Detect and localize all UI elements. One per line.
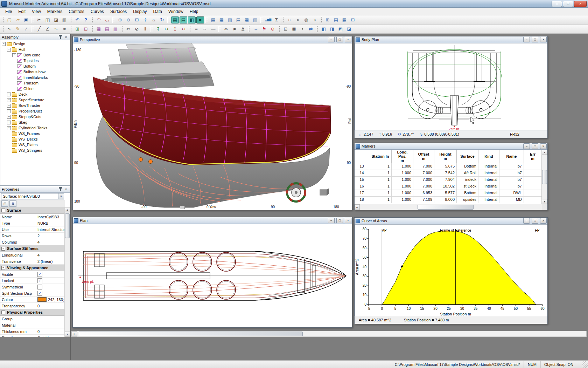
- markers-column-header[interactable]: Err m: [524, 150, 542, 163]
- view-wireframe-icon[interactable]: ▦: [171, 16, 179, 23]
- perspective-title-bar[interactable]: Perspective – □ ×: [73, 36, 352, 43]
- scrollbar-thumb[interactable]: [65, 213, 70, 238]
- property-value[interactable]: 2 (linear): [36, 258, 65, 264]
- bond-edges-icon[interactable]: ∞: [222, 26, 230, 33]
- minimize-button[interactable]: –: [328, 37, 335, 42]
- tree-item-bowthruster[interactable]: +BowThruster: [0, 103, 70, 108]
- markers-table-row[interactable]: 1811.0007.1098.000opsidesInternalMD: [355, 197, 542, 203]
- yaw-slider-handle[interactable]: [180, 206, 185, 209]
- expand-icon[interactable]: +: [7, 126, 11, 130]
- delete-column-icon[interactable]: ↤: [180, 26, 187, 33]
- property-section-header[interactable]: −Viewing & Appearance: [0, 265, 65, 271]
- markers-column-header[interactable]: Kind: [478, 150, 499, 163]
- restore-button[interactable]: □: [532, 37, 538, 42]
- properties-panel-header[interactable]: Properties ×: [0, 186, 70, 193]
- save-icon[interactable]: ▣: [22, 16, 30, 23]
- view-rendered-icon[interactable]: ■: [196, 16, 204, 23]
- close-icon[interactable]: ×: [63, 187, 69, 192]
- spline-icon[interactable]: ∿: [52, 26, 60, 33]
- perspective-viewport[interactable]: -180 -90 90 180 Pitch -90 90 Roll -90 0 …: [73, 43, 352, 210]
- group-icon[interactable]: ⊡: [282, 26, 289, 33]
- property-section-header[interactable]: −Surface: [0, 207, 65, 214]
- tree-item-bottom[interactable]: Bottom: [0, 63, 70, 69]
- paste-icon[interactable]: ◪: [52, 16, 60, 23]
- checkbox[interactable]: ✓: [37, 272, 42, 277]
- property-section-header[interactable]: −Physical Properties: [0, 309, 65, 316]
- tree-item-chine[interactable]: Chine: [0, 86, 70, 91]
- mdi-horizontal-scrollbar[interactable]: ◄ ►: [71, 331, 587, 337]
- tree-item-deck[interactable]: +Deck: [0, 91, 70, 97]
- render-material-icon[interactable]: ◍: [302, 16, 310, 23]
- menu-item-controls[interactable]: Controls: [65, 8, 88, 15]
- menu-item-edit[interactable]: Edit: [15, 8, 29, 15]
- close-button[interactable]: ×: [574, 1, 587, 7]
- scrollbar-thumb[interactable]: [79, 332, 303, 336]
- full-view-icon[interactable]: ◪: [345, 26, 353, 33]
- menu-item-window[interactable]: Window: [165, 8, 187, 15]
- render-sphere-icon[interactable]: ●: [294, 16, 302, 23]
- scroll-up-icon[interactable]: ▲: [542, 150, 547, 155]
- tree-item-superstructure[interactable]: +SuperStructure: [0, 97, 70, 103]
- markers-table[interactable]: Station InLong. Pos. mOffset mHeight mSu…: [355, 150, 542, 204]
- body-plan-title-bar[interactable]: Body Plan – □ ×: [355, 36, 547, 43]
- menu-item-surfaces[interactable]: Surfaces: [107, 8, 130, 15]
- property-value[interactable]: ✓: [36, 271, 65, 277]
- net-all-icon[interactable]: ▦: [95, 26, 103, 33]
- property-section-header[interactable]: −Surface Stiffness: [0, 245, 65, 252]
- window-assembly-icon[interactable]: ⊞: [324, 16, 331, 23]
- half-view-icon[interactable]: ◩: [337, 26, 344, 33]
- collapse-icon[interactable]: −: [1, 266, 5, 270]
- markers-table-row[interactable]: 1411.0007.0007.542Aft RollInternalb7: [355, 170, 542, 177]
- surface-selector[interactable]: Surface: InnerCylSB3 ▼: [1, 193, 64, 199]
- expand-icon[interactable]: +: [12, 53, 16, 57]
- pin-icon[interactable]: [58, 35, 63, 40]
- plan-viewport[interactable]: Zero pt.: [73, 224, 352, 327]
- menu-item-data[interactable]: Data: [150, 8, 165, 15]
- close-button[interactable]: ×: [345, 37, 351, 42]
- new-icon[interactable]: ▢: [6, 16, 13, 23]
- compact-icon[interactable]: ▪: [299, 26, 306, 33]
- tree-item-ws-decks[interactable]: WS_Decks: [0, 136, 70, 142]
- close-button[interactable]: ×: [540, 218, 547, 224]
- copy-icon[interactable]: ◫: [44, 16, 51, 23]
- flag-marker-icon[interactable]: ⚑: [260, 26, 268, 33]
- mass-properties-icon[interactable]: Δ: [239, 26, 247, 33]
- line-icon[interactable]: ╱: [35, 26, 43, 33]
- resize-grip[interactable]: [582, 361, 588, 368]
- markers-column-header[interactable]: [355, 150, 369, 163]
- property-value[interactable]: 4: [36, 252, 65, 258]
- property-value[interactable]: 0: [36, 328, 65, 334]
- markers-table-row[interactable]: 1311.0007.0005.675BottomInternalb7: [355, 163, 542, 170]
- measure-icon[interactable]: ↔: [252, 26, 260, 33]
- open-icon[interactable]: ▱: [14, 16, 22, 23]
- tree-item-innerbulwarks[interactable]: InnerBulwarks: [0, 75, 70, 80]
- section-aft-icon[interactable]: ◨: [328, 26, 336, 33]
- scroll-right-icon[interactable]: ►: [355, 204, 360, 210]
- property-value[interactable]: 242; 133; 13: [36, 297, 65, 302]
- graph-icon[interactable]: ▂▅▇: [264, 16, 272, 23]
- print-icon[interactable]: ▥: [61, 16, 68, 23]
- table-markers-icon[interactable]: ▤: [234, 16, 242, 23]
- undo-icon[interactable]: ↶: [74, 16, 81, 23]
- insert-row-icon[interactable]: ↧: [154, 26, 162, 33]
- expand-icon[interactable]: +: [7, 115, 11, 119]
- body-plan-viewport[interactable]: Zero pt.: [355, 43, 547, 130]
- property-value[interactable]: [36, 322, 65, 328]
- minimize-button[interactable]: –: [523, 37, 530, 42]
- zoom-extents-icon[interactable]: ⌂: [150, 16, 158, 23]
- scrollbar-thumb[interactable]: [418, 205, 474, 210]
- markers-column-header[interactable]: Name: [499, 150, 524, 163]
- markers-vertical-scrollbar[interactable]: ▲ ▼: [541, 150, 547, 204]
- ungroup-icon[interactable]: ⊠: [290, 26, 298, 33]
- fit-curve-icon[interactable]: ≈: [61, 26, 68, 33]
- scrollbar-thumb[interactable]: [542, 170, 547, 184]
- restore-button[interactable]: □: [336, 37, 343, 42]
- curve-of-areas-title-bar[interactable]: Curve of Areas – □ ×: [355, 218, 547, 224]
- object-snap-indicator[interactable]: Object Snap: ON: [540, 361, 582, 368]
- knife-icon[interactable]: ∕: [22, 26, 30, 33]
- alphabetical-sort-icon[interactable]: ⇅: [9, 200, 16, 207]
- markers-table-row[interactable]: 1611.0007.00010.502st DeckInternalb7: [355, 183, 542, 190]
- scroll-down-icon[interactable]: ▼: [542, 199, 547, 204]
- expand-icon[interactable]: +: [7, 98, 11, 102]
- curve-of-areas-viewport[interactable]: -505101520253035404550556001020304050607…: [355, 224, 547, 316]
